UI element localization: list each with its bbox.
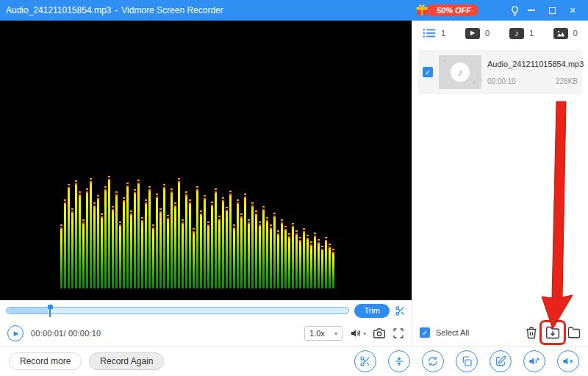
tab-count: 0	[573, 29, 578, 38]
pattern-check-icon: ✓	[472, 79, 477, 86]
chevron-down-icon: ▾	[334, 330, 337, 337]
volume-button[interactable]: ▾	[350, 327, 366, 339]
discount-badge[interactable]: 50% OFF	[426, 4, 478, 16]
export-button[interactable]	[545, 325, 560, 340]
delete-button[interactable]	[525, 326, 538, 339]
trim-button[interactable]: Trim	[354, 304, 390, 318]
convert-tool-button[interactable]	[422, 350, 444, 372]
waveform	[60, 174, 336, 288]
record-more-button[interactable]: Record more	[9, 352, 82, 370]
timeline-row: Trim	[0, 300, 412, 321]
play-button[interactable]: ▶	[7, 325, 24, 341]
volume-boost-tool-button[interactable]	[557, 350, 579, 372]
select-all-label: Select All	[436, 328, 469, 337]
image-icon	[553, 28, 568, 39]
edit-tool-button[interactable]	[490, 350, 512, 372]
seek-progress	[7, 308, 48, 313]
file-size: 228KB	[556, 77, 578, 85]
close-button[interactable]: ×	[563, 2, 582, 18]
title-app-name: Vidmore Screen Recorder	[121, 5, 223, 15]
playback-controls: ▶ 00:00:01/ 00:00:10 1.0x ▾ ▾	[0, 321, 412, 346]
audio-thumbnail: ✓ ✓ ♪	[439, 55, 481, 89]
play-icon: ▶	[14, 330, 19, 337]
maximize-icon	[549, 7, 556, 14]
title-filename: Audio_241211015854.mp3	[6, 5, 111, 15]
video-preview	[0, 21, 412, 300]
file-sub: 00:00:10 228KB	[487, 77, 578, 85]
panel-bottom-bar: ✓ Select All	[412, 319, 588, 346]
seek-handle[interactable]	[48, 305, 53, 317]
tab-audio-recordings[interactable]: ♪ 1	[509, 28, 534, 39]
open-folder-button[interactable]	[567, 326, 581, 339]
speed-select[interactable]: 1.0x ▾	[304, 326, 343, 341]
app-window: Audio_241211015854.mp3 - Vidmore Screen …	[0, 0, 588, 376]
recording-list-panel: 1 ▶ 0 ♪ 1 0 ✓	[412, 21, 588, 346]
title-separator: -	[115, 5, 118, 15]
footer-bar: Record more Record Again	[0, 346, 588, 376]
chevron-down-icon: ▾	[363, 330, 366, 337]
tab-count: 1	[441, 29, 445, 38]
file-checkbox[interactable]: ✓	[423, 67, 433, 77]
gift-icon[interactable]	[415, 3, 429, 18]
minimize-icon	[528, 10, 535, 11]
lightbulb-icon[interactable]	[509, 5, 520, 16]
window-title: Audio_241211015854.mp3 - Vidmore Screen …	[6, 5, 223, 15]
file-duration: 00:00:10	[487, 77, 516, 85]
audio-convert-tool-button[interactable]	[523, 350, 545, 372]
trim-tool-button[interactable]	[354, 350, 376, 372]
tab-all-recordings[interactable]: 1	[423, 28, 445, 38]
titlebar-controls: 50% OFF ×	[415, 2, 582, 18]
select-all-checkbox[interactable]: ✓	[420, 327, 430, 338]
time-display: 00:00:01/ 00:00:10	[31, 329, 101, 338]
maximize-button[interactable]	[542, 2, 562, 18]
tab-count: 0	[485, 29, 490, 38]
titlebar: Audio_241211015854.mp3 - Vidmore Screen …	[0, 0, 588, 21]
video-icon: ▶	[465, 28, 480, 39]
player-column: Trim ▶ 00:00:01/ 00:00:10 1.0x ▾ ▾	[0, 21, 412, 346]
tab-video-recordings[interactable]: ▶ 0	[465, 28, 490, 39]
file-meta: Audio_241211015854.mp3 00:00:10 228KB	[487, 60, 578, 85]
tab-count: 1	[529, 29, 534, 38]
merge-tool-button[interactable]	[388, 350, 410, 372]
music-note-icon: ♪	[509, 28, 524, 39]
recording-list-item[interactable]: ✓ ✓ ✓ ♪ Audio_241211015854.mp3 00:00:10 …	[418, 50, 582, 94]
main-area: Trim ▶ 00:00:01/ 00:00:10 1.0x ▾ ▾	[0, 21, 588, 346]
pattern-check-icon: ✓	[442, 57, 448, 64]
fullscreen-icon[interactable]	[392, 327, 404, 339]
tab-screenshots[interactable]: 0	[553, 28, 578, 39]
duplicate-tool-button[interactable]	[456, 350, 478, 372]
file-name: Audio_241211015854.mp3	[487, 60, 578, 68]
record-again-button[interactable]: Record Again	[89, 352, 164, 370]
media-type-tabs: 1 ▶ 0 ♪ 1 0	[412, 21, 588, 46]
seek-slider[interactable]	[6, 307, 349, 314]
minimize-button[interactable]	[522, 2, 541, 18]
music-note-icon: ♪	[451, 63, 470, 82]
scissors-icon[interactable]	[395, 305, 406, 316]
speed-value: 1.0x	[309, 329, 325, 338]
camera-icon[interactable]	[373, 327, 385, 339]
